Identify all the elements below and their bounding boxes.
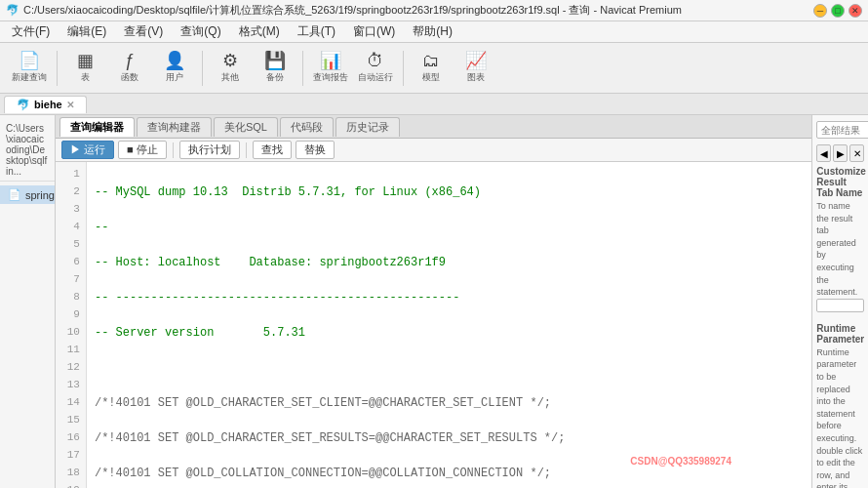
search-input[interactable] (816, 121, 868, 139)
minimize-button[interactable]: ─ (813, 4, 827, 18)
backup-icon: 💾 (264, 52, 286, 69)
close-button[interactable]: ✕ (848, 4, 862, 18)
table-label: 表 (81, 71, 90, 84)
toolbar-sep-1 (57, 51, 58, 86)
tool-model[interactable]: 🗂 模型 (410, 47, 453, 90)
tool-autorun[interactable]: ⏱ 自动运行 (354, 47, 397, 90)
file-path: C:\Users\xiaocaicoding\Desktop\sqlfin... (0, 119, 55, 182)
connection-tab-close[interactable]: ✕ (66, 100, 74, 110)
toolbar-sep-2 (202, 51, 203, 86)
maximize-button[interactable]: □ (831, 4, 845, 18)
menu-view[interactable]: 查看(V) (116, 21, 171, 42)
file-name: springbootz263r1f9.sql (25, 189, 56, 201)
autorun-label: 自动运行 (358, 71, 393, 84)
right-toolbar: ◀ ▶ ✕ (816, 144, 864, 162)
autorun-icon: ⏱ (367, 52, 384, 69)
sub-tab-builder[interactable]: 查询构建器 (137, 117, 212, 137)
function-icon: ƒ (125, 52, 135, 69)
menu-help[interactable]: 帮助(H) (405, 21, 460, 42)
right-panel: 🔍 ◀ ▶ ✕ Customize Result Tab Name To nam… (811, 115, 868, 488)
sidebar-file-item[interactable]: 📄 springbootz263r1f9.sql (0, 185, 55, 204)
title-bar-path: 🐬 C:/Users/xiaocaicoding/Desktop/sqlfile… (6, 3, 682, 18)
main-toolbar: 📄 新建查询 ▦ 表 ƒ 函数 👤 用户 ⚙ 其他 💾 备份 📊 查询报告 (0, 43, 868, 94)
user-icon: 👤 (164, 52, 185, 69)
window-controls: ─ □ ✕ (813, 4, 862, 18)
line-numbers: 12345 678910 1112131415 1617181920 21222… (56, 162, 87, 488)
report-label: 查询报告 (313, 71, 348, 84)
code-content[interactable]: -- MySQL dump 10.13 Distrib 5.7.31, for … (87, 162, 811, 488)
function-label: 函数 (121, 71, 138, 84)
other-label: 其他 (221, 71, 239, 84)
toolbar-sep-3 (302, 51, 303, 86)
chart-icon: 📈 (465, 52, 487, 69)
connection-tab-icon: 🐬 (17, 99, 30, 111)
tool-table[interactable]: ▦ 表 (63, 47, 106, 90)
sub-tab-beautify[interactable]: 美化SQL (214, 117, 278, 137)
code-editor[interactable]: 12345 678910 1112131415 1617181920 21222… (56, 162, 811, 488)
editor-toolbar-sep-2 (246, 142, 247, 158)
content-area: 查询编辑器 查询构建器 美化SQL 代码段 历史记录 ▶ 运行 ■ 停止 执行计… (56, 115, 811, 488)
new-query-label: 新建查询 (12, 71, 47, 84)
stop-button[interactable]: ■ 停止 (118, 141, 167, 159)
next-button[interactable]: ▶ (833, 144, 848, 162)
new-query-icon: 📄 (19, 52, 40, 69)
tool-function[interactable]: ƒ 函数 (108, 47, 151, 90)
search-bar: 🔍 (816, 121, 864, 139)
connection-tab[interactable]: 🐬 biehe ✕ (4, 96, 87, 113)
other-icon: ⚙ (222, 52, 238, 69)
prev-button[interactable]: ◀ (816, 144, 831, 162)
right-panel-customize: Customize Result Tab Name To name the re… (816, 166, 864, 315)
tool-other[interactable]: ⚙ 其他 (209, 47, 252, 90)
menu-tools[interactable]: 工具(T) (290, 21, 343, 42)
menu-query[interactable]: 查询(Q) (173, 21, 228, 42)
sidebar-file-list: 📄 springbootz263r1f9.sql (0, 182, 55, 208)
app-icon: 🐬 (6, 4, 20, 17)
tool-new-query[interactable]: 📄 新建查询 (8, 47, 51, 90)
sub-tab-editor[interactable]: 查询编辑器 (59, 117, 135, 137)
menu-window[interactable]: 窗口(W) (345, 21, 403, 42)
clear-button[interactable]: ✕ (849, 144, 864, 162)
find-button[interactable]: 查找 (253, 141, 292, 159)
main-layout: C:\Users\xiaocaicoding\Desktop\sqlfin...… (0, 115, 868, 488)
runtime-description: Runtime parameter to be replaced into th… (816, 346, 864, 488)
tool-chart[interactable]: 📈 图表 (454, 47, 497, 90)
table-icon: ▦ (77, 52, 94, 69)
explain-button[interactable]: 执行计划 (179, 141, 240, 159)
editor-toolbar-sep (173, 142, 174, 158)
tool-report[interactable]: 📊 查询报告 (309, 47, 352, 90)
file-icon: 📄 (8, 188, 21, 201)
user-label: 用户 (166, 71, 183, 84)
right-panel-runtime: Runtime Parameter Runtime parameter to b… (816, 323, 864, 488)
title-bar: 🐬 C:/Users/xiaocaicoding/Desktop/sqlfile… (0, 0, 868, 21)
chart-label: 图表 (467, 71, 485, 84)
title-text: C:/Users/xiaocaicoding/Desktop/sqlfile/计… (23, 3, 682, 18)
menu-file[interactable]: 文件(F) (4, 21, 58, 42)
customize-description: To name the result tab generated by exec… (816, 200, 864, 299)
connection-tab-bar: 🐬 biehe ✕ (0, 94, 868, 115)
backup-label: 备份 (266, 71, 284, 84)
run-button[interactable]: ▶ 运行 (61, 141, 114, 159)
customize-label: Customize Result Tab Name (816, 166, 864, 198)
menu-edit[interactable]: 编辑(E) (59, 21, 114, 42)
tool-backup[interactable]: 💾 备份 (254, 47, 296, 90)
sub-tab-bar: 查询编辑器 查询构建器 美化SQL 代码段 历史记录 (56, 115, 811, 139)
model-label: 模型 (422, 71, 440, 84)
connection-tab-label: biehe (34, 99, 62, 110)
menu-format[interactable]: 格式(M) (231, 21, 288, 42)
tool-user[interactable]: 👤 用户 (153, 47, 196, 90)
report-icon: 📊 (320, 52, 341, 69)
sub-tab-history[interactable]: 历史记录 (335, 117, 400, 137)
editor-toolbar: ▶ 运行 ■ 停止 执行计划 查找 替换 (56, 139, 811, 162)
toolbar-group-main: 📄 新建查询 ▦ 表 ƒ 函数 👤 用户 ⚙ 其他 💾 备份 📊 查询报告 (8, 47, 497, 90)
sidebar: C:\Users\xiaocaicoding\Desktop\sqlfin...… (0, 115, 56, 488)
model-icon: 🗂 (422, 52, 440, 69)
customize-input[interactable] (816, 299, 864, 312)
replace-button[interactable]: 替换 (296, 141, 335, 159)
toolbar-sep-4 (403, 51, 404, 86)
menu-bar: 文件(F) 编辑(E) 查看(V) 查询(Q) 格式(M) 工具(T) 窗口(W… (0, 21, 868, 43)
runtime-label: Runtime Parameter (816, 323, 864, 345)
sub-tab-snippet[interactable]: 代码段 (280, 117, 334, 137)
